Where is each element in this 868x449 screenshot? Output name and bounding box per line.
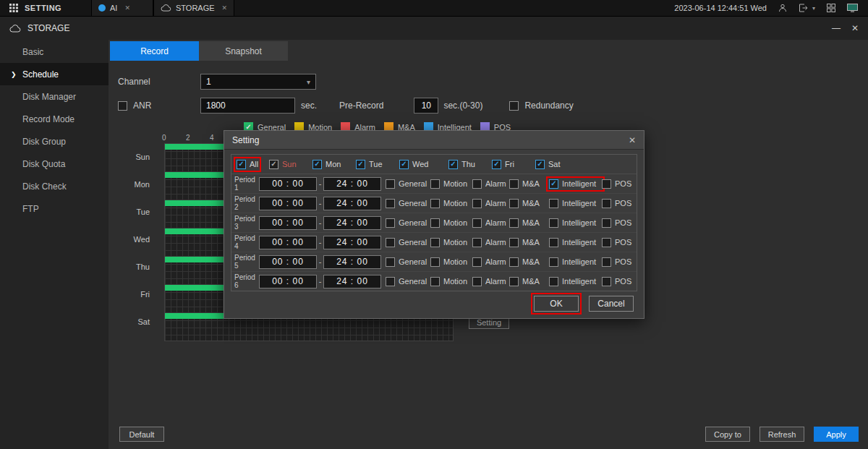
m-a-checkbox[interactable] [509, 218, 519, 228]
ok-button[interactable]: OK [534, 296, 579, 312]
period-5-start-input[interactable]: 00 : 00 [259, 255, 317, 269]
sidebar-item-disk-group[interactable]: Disk Group [0, 130, 109, 153]
tab-close-icon[interactable]: ✕ [222, 4, 228, 12]
general-checkbox[interactable] [386, 218, 395, 228]
refresh-button[interactable]: Refresh [760, 427, 804, 442]
all-checkbox[interactable]: ✓ [237, 160, 246, 169]
logout-caret-icon[interactable]: ▾ [812, 5, 815, 12]
sidebar-item-record-mode[interactable]: Record Mode [0, 108, 109, 130]
alarm-checkbox[interactable] [472, 199, 482, 208]
menu-grid-icon[interactable] [9, 4, 18, 12]
channel-layout-icon[interactable] [827, 4, 835, 12]
redundancy-checkbox[interactable] [509, 101, 519, 111]
m-a-checkbox[interactable] [509, 179, 519, 189]
sun-checkbox[interactable]: ✓ [269, 160, 278, 169]
fri-checkbox[interactable]: ✓ [492, 160, 501, 169]
default-button[interactable]: Default [119, 427, 164, 442]
copy-to-button[interactable]: Copy to [705, 427, 750, 442]
day-check-label: Sat [548, 160, 561, 168]
general-checkbox[interactable] [386, 238, 395, 247]
display-monitor-icon[interactable] [847, 4, 858, 12]
period-6-general-group: General [386, 277, 430, 286]
alarm-checkbox[interactable] [472, 218, 482, 228]
sidebar-item-schedule[interactable]: ❯ Schedule [0, 63, 109, 85]
thu-checkbox[interactable]: ✓ [448, 160, 458, 169]
sat-checkbox[interactable]: ✓ [535, 160, 545, 169]
m-a-checkbox[interactable] [509, 238, 519, 247]
period-6-alarm-group: Alarm [472, 277, 509, 286]
type-label: Motion [443, 238, 467, 247]
intelligent-checkbox[interactable] [549, 277, 558, 286]
pos-checkbox[interactable] [602, 179, 611, 189]
dialog-close-icon[interactable]: ✕ [629, 135, 636, 145]
intelligent-checkbox[interactable]: ✓ [549, 179, 558, 189]
dialog-day-row: ✓ All ✓ Sun ✓ Mon ✓ Tue ✓ Wed [231, 155, 637, 174]
cancel-button[interactable]: Cancel [589, 296, 634, 312]
period-3-start-input[interactable]: 00 : 00 [259, 216, 317, 230]
dialog-table: ✓ All ✓ Sun ✓ Mon ✓ Tue ✓ Wed [231, 154, 637, 291]
period-6-start-input[interactable]: 00 : 00 [259, 275, 317, 288]
pos-checkbox[interactable] [602, 218, 611, 228]
mon-checkbox[interactable]: ✓ [312, 160, 322, 169]
topbar-tab-storage[interactable]: STORAGE ✕ [153, 0, 234, 16]
intelligent-checkbox[interactable] [549, 257, 558, 267]
topbar-tab-ai[interactable]: AI ✕ [91, 0, 153, 16]
pos-checkbox[interactable] [602, 238, 611, 247]
m-a-checkbox[interactable] [509, 277, 519, 286]
period-1-end-input[interactable]: 24 : 00 [323, 177, 381, 191]
topbar-left: SETTING [0, 0, 91, 16]
period-1-start-input[interactable]: 00 : 00 [259, 177, 317, 191]
motion-checkbox[interactable] [430, 277, 440, 286]
motion-checkbox[interactable] [430, 257, 440, 267]
m-a-checkbox[interactable] [509, 199, 519, 208]
pos-checkbox[interactable] [602, 277, 611, 286]
sidebar-item-disk-manager[interactable]: Disk Manager [0, 85, 109, 108]
pos-checkbox[interactable] [602, 257, 611, 267]
sidebar-item-basic[interactable]: Basic [0, 40, 109, 63]
general-checkbox[interactable] [386, 199, 395, 208]
general-checkbox[interactable] [386, 257, 395, 267]
pre-record-input[interactable]: 10 [414, 98, 438, 114]
motion-checkbox[interactable] [430, 199, 440, 208]
alarm-checkbox[interactable] [472, 257, 482, 267]
minimize-button[interactable]: — [832, 23, 841, 33]
sidebar-item-disk-check[interactable]: Disk Check [0, 175, 109, 197]
alarm-checkbox[interactable] [472, 238, 482, 247]
anr-checkbox[interactable] [118, 101, 127, 111]
logout-icon[interactable] [799, 4, 808, 12]
tab-snapshot[interactable]: Snapshot [199, 41, 288, 61]
motion-checkbox[interactable] [430, 218, 440, 228]
type-label: POS [615, 277, 631, 286]
day-check-label: Thu [461, 160, 475, 168]
channel-select[interactable]: 1 ▾ [200, 74, 316, 90]
sidebar-item-disk-quota[interactable]: Disk Quota [0, 153, 109, 175]
tab-record[interactable]: Record [110, 41, 199, 61]
anr-input[interactable]: 1800 [200, 98, 295, 114]
close-button[interactable]: ✕ [851, 23, 859, 33]
period-2-start-input[interactable]: 00 : 00 [259, 197, 317, 210]
wed-checkbox[interactable]: ✓ [399, 160, 409, 169]
type-label: POS [615, 257, 631, 266]
alarm-checkbox[interactable] [472, 277, 482, 286]
tue-checkbox[interactable]: ✓ [356, 160, 365, 169]
period-2-end-input[interactable]: 24 : 00 [323, 197, 381, 210]
period-4-start-input[interactable]: 00 : 00 [259, 236, 317, 249]
m-a-checkbox[interactable] [509, 257, 519, 267]
tab-close-icon[interactable]: ✕ [124, 4, 130, 12]
period-5-end-input[interactable]: 24 : 00 [323, 255, 381, 269]
period-3-end-input[interactable]: 24 : 00 [323, 216, 381, 230]
intelligent-checkbox[interactable] [549, 218, 558, 228]
sidebar-item-ftp[interactable]: FTP [0, 197, 109, 220]
motion-checkbox[interactable] [430, 179, 440, 189]
motion-checkbox[interactable] [430, 238, 440, 247]
intelligent-checkbox[interactable] [549, 199, 558, 208]
general-checkbox[interactable] [386, 277, 395, 286]
period-6-end-input[interactable]: 24 : 00 [323, 275, 381, 288]
pos-checkbox[interactable] [602, 199, 611, 208]
intelligent-checkbox[interactable] [549, 238, 558, 247]
apply-button[interactable]: Apply [814, 427, 859, 442]
alarm-checkbox[interactable] [472, 179, 482, 189]
user-icon[interactable] [778, 4, 787, 12]
period-4-end-input[interactable]: 24 : 00 [323, 236, 381, 249]
general-checkbox[interactable] [386, 179, 395, 189]
